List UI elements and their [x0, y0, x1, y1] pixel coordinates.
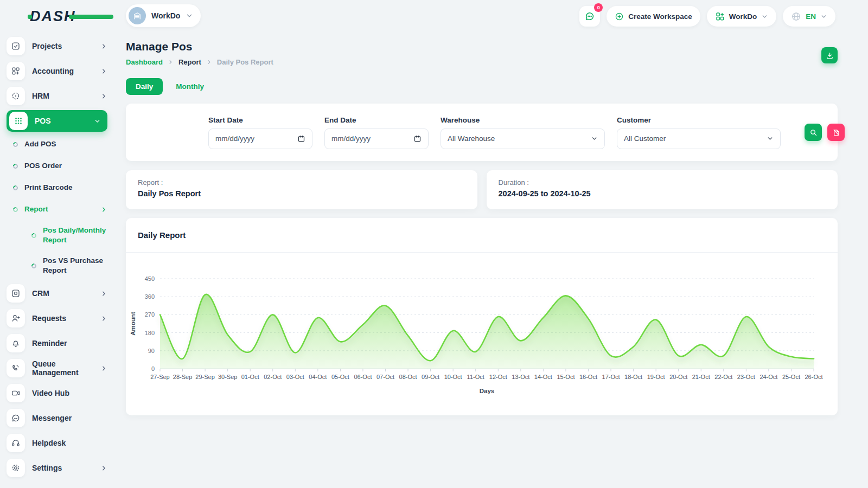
sidebar-item-requests[interactable]: Requests: [7, 306, 107, 331]
customer-field: Customer All Customer: [617, 116, 781, 149]
sidebar-item-accounting[interactable]: Accounting: [7, 59, 107, 84]
svg-text:09-Oct: 09-Oct: [422, 374, 439, 380]
svg-text:24-Oct: 24-Oct: [760, 374, 777, 380]
bullet-icon: [30, 232, 37, 239]
end-date-input[interactable]: mm/dd/yyyy: [324, 129, 429, 149]
sidebar-item-helpdesk[interactable]: Helpdesk: [7, 431, 107, 455]
download-report-button[interactable]: [821, 47, 838, 63]
duration-label: Duration :: [499, 178, 826, 187]
bullet-icon: [12, 206, 19, 213]
svg-text:19-Oct: 19-Oct: [647, 374, 665, 380]
sidebar-item-report[interactable]: Report: [13, 198, 107, 220]
sidebar-item-queue-management[interactable]: Queue Management: [7, 356, 107, 381]
svg-text:07-Oct: 07-Oct: [376, 374, 394, 380]
svg-text:12-Oct: 12-Oct: [489, 374, 507, 380]
sidebar-item-settings[interactable]: Settings: [7, 455, 107, 480]
warehouse-label: Warehouse: [441, 116, 605, 124]
chevron-right-icon: [100, 315, 107, 322]
sidebar-item-pos-daily-monthly-report[interactable]: Pos Daily/Monthly Report: [31, 220, 107, 251]
svg-text:05-Oct: 05-Oct: [331, 374, 349, 380]
sidebar-item-crm[interactable]: CRM: [7, 281, 107, 306]
download-icon: [826, 52, 834, 60]
sidebar-item-pos[interactable]: POS: [7, 110, 107, 132]
chat-bubble-icon: [584, 11, 595, 22]
sidebar-item-reminder[interactable]: Reminder: [7, 331, 107, 356]
account-menu-label: WorkDo: [729, 12, 757, 21]
report-value: Daily Pos Report: [138, 189, 465, 198]
sidebar-item-video-hub[interactable]: Video Hub: [7, 381, 107, 406]
svg-text:08-Oct: 08-Oct: [399, 374, 417, 380]
svg-text:02-Oct: 02-Oct: [264, 374, 282, 380]
chevron-right-icon: [168, 59, 174, 65]
accounting-category-icon: [7, 62, 25, 80]
daily-report-area-chart[interactable]: 45036027018090027-Sep28-Sep29-Sep30-Sep0…: [126, 253, 838, 402]
start-date-input[interactable]: mm/dd/yyyy: [208, 129, 312, 149]
calendar-icon[interactable]: [413, 134, 422, 143]
filter-actions: [805, 124, 845, 141]
bell-icon: [7, 334, 25, 352]
start-date-label: Start Date: [208, 116, 312, 124]
sidebar-item-projects[interactable]: Projects: [7, 34, 107, 59]
messages-badge: 0: [594, 3, 603, 12]
crm-device-icon: [7, 284, 25, 303]
create-workspace-button[interactable]: Create Workspace: [607, 6, 700, 27]
pos-dots-grid-icon: [9, 112, 28, 130]
svg-text:14-Oct: 14-Oct: [534, 374, 552, 380]
breadcrumb-dashboard[interactable]: Dashboard: [126, 58, 163, 66]
svg-text:270: 270: [145, 311, 155, 318]
svg-text:0: 0: [151, 365, 155, 372]
workspace-switcher[interactable]: WorkDo: [126, 4, 201, 27]
sidebar-item-add-pos[interactable]: Add POS: [13, 133, 107, 155]
svg-text:30-Sep: 30-Sep: [218, 374, 237, 380]
app-logo[interactable]: DASH: [30, 8, 90, 24]
sidebar-item-print-barcode[interactable]: Print Barcode: [13, 177, 107, 198]
chevron-right-icon: [206, 59, 212, 65]
svg-text:15-Oct: 15-Oct: [557, 374, 575, 380]
breadcrumb-current: Daily Pos Report: [217, 58, 273, 66]
warehouse-select[interactable]: All Warehouse: [441, 129, 605, 149]
filter-card: Start Date mm/dd/yyyy End Date mm/dd/yyy…: [126, 104, 838, 161]
workspace-avatar: [129, 7, 146, 24]
svg-text:90: 90: [148, 348, 155, 354]
phone-call-icon: [7, 359, 25, 377]
projects-checkbox-icon: [7, 37, 25, 55]
workspace-name: WorkDo: [151, 11, 180, 20]
sidebar-item-pos-order[interactable]: POS Order: [13, 155, 107, 177]
chevron-right-icon: [100, 206, 107, 213]
topbar-actions: 0 Create Workspace WorkDo EN: [579, 6, 835, 27]
tab-monthly[interactable]: Monthly: [168, 78, 212, 95]
sidebar-item-pos-vs-purchase-report[interactable]: Pos VS Purchase Report: [31, 251, 107, 281]
bullet-icon: [12, 163, 19, 170]
sidebar-item-hrm[interactable]: HRM: [7, 84, 107, 108]
svg-text:18-Oct: 18-Oct: [624, 374, 642, 380]
reset-filter-button[interactable]: [827, 124, 845, 141]
report-submenu: Pos Daily/Monthly Report Pos VS Purchase…: [13, 220, 107, 281]
chevron-down-icon: [186, 12, 193, 20]
chevron-down-icon: [820, 13, 827, 20]
svg-text:06-Oct: 06-Oct: [354, 374, 372, 380]
customer-select[interactable]: All Customer: [617, 129, 781, 149]
chevron-right-icon: [100, 68, 107, 75]
svg-text:16-Oct: 16-Oct: [579, 374, 597, 380]
chart-title: Daily Report: [126, 218, 838, 253]
tab-daily[interactable]: Daily: [126, 78, 163, 95]
report-summary-card: Report : Daily Pos Report: [126, 170, 477, 209]
svg-text:Amount: Amount: [130, 312, 136, 336]
customer-label: Customer: [617, 116, 781, 124]
breadcrumb-report[interactable]: Report: [178, 58, 201, 66]
svg-text:13-Oct: 13-Oct: [512, 374, 529, 380]
svg-text:180: 180: [145, 330, 155, 336]
account-menu[interactable]: WorkDo: [707, 6, 777, 27]
svg-text:10-Oct: 10-Oct: [444, 374, 462, 380]
calendar-icon[interactable]: [297, 134, 305, 143]
report-label: Report :: [138, 178, 465, 187]
apply-filter-button[interactable]: [805, 124, 822, 141]
svg-text:23-Oct: 23-Oct: [737, 374, 755, 380]
language-menu[interactable]: EN: [783, 6, 835, 27]
chevron-right-icon: [100, 290, 107, 297]
svg-text:29-Sep: 29-Sep: [195, 374, 214, 380]
sidebar-item-messenger[interactable]: Messenger: [7, 406, 107, 431]
messages-button[interactable]: 0: [579, 6, 600, 27]
svg-text:Days: Days: [480, 388, 495, 394]
main-content: Manage Pos Dashboard Report Daily Pos Re…: [126, 40, 838, 415]
